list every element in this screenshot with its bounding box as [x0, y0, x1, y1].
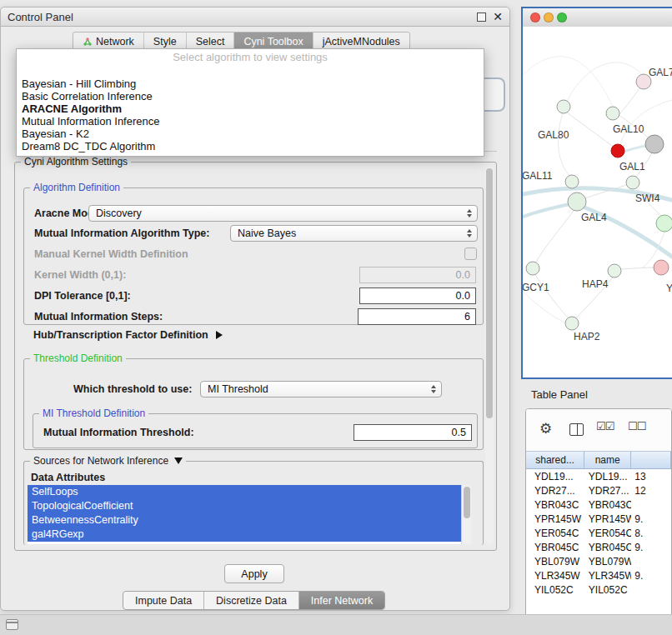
cyni-algorithm-settings-group: Cyni Algorithm Settings Algorithm Defini…: [14, 162, 497, 551]
network-canvas-svg: GAL7GAL80GAL10GAL11GAL1SWI4GAL4GCY1HAP4H…: [523, 27, 672, 378]
network-node[interactable]: [608, 264, 621, 278]
cell: YBR045C: [585, 542, 631, 553]
network-node[interactable]: [526, 262, 539, 275]
tab-jactivemnodules[interactable]: jActiveMNodules: [313, 32, 409, 50]
tab-cyni-toolbox[interactable]: Cyni Toolbox: [234, 32, 313, 50]
cell: 12: [631, 485, 671, 497]
manual-kernel-label: Manual Kernel Width Definition: [34, 248, 188, 260]
network-node[interactable]: [565, 175, 579, 188]
table-row[interactable]: YDL19...YDL19...13: [526, 469, 671, 483]
aracne-mode-select[interactable]: Discovery: [88, 205, 478, 222]
mi-threshold-field[interactable]: 0.5: [354, 424, 472, 441]
tab-select[interactable]: Select: [187, 32, 235, 50]
network-edge[interactable]: [558, 110, 570, 177]
close-traffic-light-icon[interactable]: [530, 12, 540, 22]
table-row[interactable]: YLR345WYLR345W9.: [526, 568, 671, 582]
algorithm-definition-title: Algorithm Definition: [30, 182, 123, 193]
attribute-item-gal4rgexp[interactable]: gal4RGexp: [28, 528, 461, 542]
network-window-titlebar[interactable]: [523, 8, 672, 28]
cell: YPR145W: [526, 513, 585, 525]
tab-network[interactable]: Network: [73, 32, 144, 50]
network-node[interactable]: [606, 107, 619, 120]
table-row[interactable]: YPR145WYPR145W9.: [526, 512, 671, 526]
control-panel-titlebar[interactable]: Control Panel ✕: [1, 8, 509, 27]
sources-section-toggle[interactable]: Sources for Network Inference: [30, 455, 186, 467]
deselect-all-checkboxes-icon[interactable]: ☐☐: [628, 420, 645, 432]
list-scrollbar[interactable]: [461, 485, 471, 544]
settings-scrollbar[interactable]: [485, 167, 494, 544]
attribute-item-topologicalcoefficient[interactable]: TopologicalCoefficient: [28, 499, 461, 513]
table-row[interactable]: YBR043CYBR043C: [526, 498, 671, 512]
network-node[interactable]: [611, 144, 624, 158]
network-edge[interactable]: [523, 292, 567, 323]
restore-panel-icon[interactable]: [6, 619, 18, 630]
algorithm-option-bayesian-hill-climbing[interactable]: Bayesian - Hill Climbing: [17, 78, 484, 90]
network-edge[interactable]: [534, 273, 569, 319]
minimize-traffic-light-icon[interactable]: [544, 12, 554, 22]
network-node[interactable]: [568, 192, 586, 211]
data-attributes-listbox: SelfLoopsTopologicalCoefficientBetweenne…: [28, 485, 471, 544]
column-header-extra[interactable]: [631, 452, 671, 468]
table-row[interactable]: YBL079WYBL079W: [526, 554, 671, 568]
tab-style[interactable]: Style: [144, 32, 187, 50]
network-edge[interactable]: [535, 208, 575, 263]
network-node[interactable]: [557, 100, 570, 113]
mi-type-label: Mutual Information Algorithm Type:: [34, 228, 209, 239]
mi-steps-field[interactable]: 6: [358, 308, 476, 325]
network-node[interactable]: [565, 317, 579, 330]
network-edge[interactable]: [620, 268, 655, 269]
cell: YDL19...: [526, 471, 585, 482]
column-selector-icon[interactable]: [569, 423, 584, 436]
dropdown-arrows-icon: [467, 229, 472, 238]
column-header-name[interactable]: name: [584, 452, 631, 468]
bottom-tab-infer-network[interactable]: Infer Network: [299, 592, 384, 609]
apply-button[interactable]: Apply: [224, 564, 284, 583]
hub-transcription-section-toggle[interactable]: Hub/Transcription Factor Definition: [33, 329, 223, 341]
network-edge[interactable]: [620, 100, 672, 145]
network-node[interactable]: [654, 260, 669, 275]
node-label-gal7: GAL7: [649, 67, 672, 78]
network-edge[interactable]: [523, 203, 574, 217]
zoom-traffic-light-icon[interactable]: [557, 12, 567, 22]
manual-kernel-checkbox[interactable]: [464, 248, 477, 260]
algorithm-option-dream8-dc-tdc-algorithm[interactable]: Dream8 DC_TDC Algorithm: [17, 140, 484, 152]
algorithm-dropdown-hint: Select algorithm to view settings: [17, 51, 484, 64]
network-edge[interactable]: [567, 62, 644, 102]
table-row[interactable]: YBR045CYBR045C9.: [526, 540, 671, 554]
algorithm-option-mutual-information-inference[interactable]: Mutual Information Inference: [17, 115, 484, 128]
column-header-shared[interactable]: shared...: [526, 452, 584, 468]
algorithm-option-bayesian-k2[interactable]: Bayesian - K2: [17, 128, 484, 140]
mi-algorithm-type-select[interactable]: Naive Bayes: [230, 225, 478, 242]
cell: YBL079W: [526, 556, 585, 568]
float-window-icon[interactable]: [477, 12, 486, 22]
which-threshold-value: MI Threshold: [208, 383, 268, 395]
dpi-tolerance-field[interactable]: 0.0: [359, 288, 476, 304]
settings-scrollbar-thumb[interactable]: [486, 168, 493, 418]
algorithm-option-basic-correlation-inference[interactable]: Basic Correlation Inference: [17, 90, 484, 102]
select-all-checkboxes-icon[interactable]: ☑☑: [596, 420, 614, 432]
network-node[interactable]: [656, 215, 672, 232]
kernel-width-field[interactable]: 0.0: [359, 267, 476, 283]
bottom-tab-discretize-data[interactable]: Discretize Data: [204, 592, 299, 609]
algorithm-option-aracne-algorithm[interactable]: ARACNE Algorithm: [17, 102, 484, 115]
table-row[interactable]: YDR27...YDR27...12: [526, 483, 671, 498]
sources-group: Sources for Network Inference Data Attri…: [23, 461, 484, 545]
data-attributes-list: SelfLoopsTopologicalCoefficientBetweenne…: [28, 485, 461, 542]
attribute-item-selfloops[interactable]: SelfLoops: [28, 485, 461, 499]
network-canvas[interactable]: GAL7GAL80GAL10GAL11GAL1SWI4GAL4GCY1HAP4H…: [523, 27, 672, 378]
sources-title: Sources for Network Inference: [33, 455, 168, 467]
table-toolbar: ⚙ ☑☑ ☐☐: [526, 409, 671, 451]
network-node[interactable]: [645, 135, 664, 153]
node-label-hap2: HAP2: [574, 331, 600, 342]
gear-icon[interactable]: ⚙: [539, 420, 552, 437]
list-scrollbar-thumb[interactable]: [464, 487, 470, 518]
network-edge[interactable]: [617, 87, 641, 117]
attribute-item-betweennesscentrality[interactable]: BetweennessCentrality: [28, 513, 461, 528]
table-row[interactable]: YER054CYER054C8.: [526, 526, 671, 540]
close-icon[interactable]: ✕: [493, 9, 503, 24]
table-body: YDL19...YDL19...13YDR27...YDR27...12YBR0…: [526, 469, 671, 597]
network-node[interactable]: [626, 176, 639, 189]
which-threshold-select[interactable]: MI Threshold: [200, 381, 442, 398]
bottom-tab-impute-data[interactable]: Impute Data: [123, 592, 204, 609]
table-row[interactable]: YIL052CYIL052C: [526, 582, 671, 597]
